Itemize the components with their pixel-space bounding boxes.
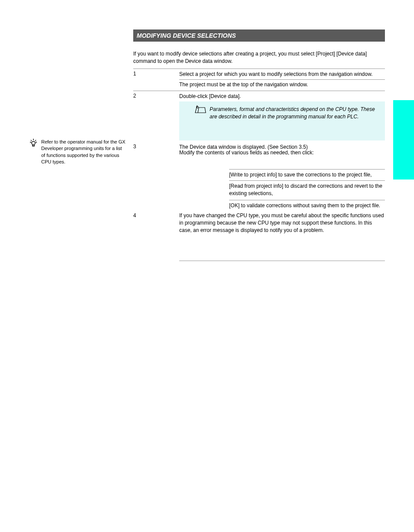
svg-point-0 bbox=[32, 141, 35, 145]
step-1-sub: The project must be at the top of the na… bbox=[179, 79, 385, 88]
section-header: MODIFYING DEVICE SELECTIONS bbox=[133, 29, 385, 42]
step-3-option-b-text: [Read from project info] to discard the … bbox=[229, 183, 382, 196]
step-3-option-b: [Read from project info] to discard the … bbox=[229, 180, 385, 197]
paragraph-5 bbox=[179, 255, 385, 264]
step-4: 4 If you have changed the CPU type, you … bbox=[133, 212, 385, 234]
step-3-option-c-text: [OK] to validate corrections without sav… bbox=[229, 202, 380, 209]
step-3-option-c: [OK] to validate corrections without sav… bbox=[229, 200, 385, 209]
lightbulb-icon bbox=[29, 138, 38, 147]
svg-line-5 bbox=[35, 140, 36, 141]
step-3-desc-text: Modify the contents of various fields as… bbox=[179, 150, 314, 156]
note-box: Parameters, format and characteristics d… bbox=[179, 101, 385, 140]
step-3-number: 3 bbox=[133, 144, 179, 151]
intro-text: If you want to modify device selections … bbox=[133, 51, 367, 64]
step-2: 2 Double-click [Device data]. bbox=[133, 91, 385, 100]
tip-text: Refer to the operator manual for the GX … bbox=[41, 139, 126, 166]
step-2-number: 2 bbox=[133, 93, 179, 100]
step-3-desc: Modify the contents of various fields as… bbox=[179, 149, 385, 157]
note-text: Parameters, format and characteristics d… bbox=[210, 106, 375, 120]
step-2-text: Double-click [Device data]. bbox=[179, 93, 385, 100]
step-1-sub-text: The project must be at the top of the na… bbox=[179, 82, 308, 88]
step-4-text: If you have changed the CPU type, you mu… bbox=[179, 212, 385, 234]
divider bbox=[179, 261, 385, 261]
note-icon bbox=[194, 105, 207, 114]
step-1-number: 1 bbox=[133, 71, 179, 78]
step-1-text: Select a project for which you want to m… bbox=[179, 71, 385, 78]
step-3-option-a-text: [Write to project info] to save the corr… bbox=[229, 172, 372, 178]
svg-line-4 bbox=[31, 140, 32, 141]
intro-paragraph: If you want to modify device selections … bbox=[133, 50, 385, 65]
header-text: MODIFYING DEVICE SELECTIONS bbox=[137, 32, 236, 39]
step-1: 1 Select a project for which you want to… bbox=[133, 69, 385, 78]
step-3-option-a: [Write to project info] to save the corr… bbox=[229, 169, 385, 179]
step-4-number: 4 bbox=[133, 212, 179, 234]
side-tab bbox=[393, 100, 414, 180]
tip-content: Refer to the operator manual for the GX … bbox=[41, 139, 125, 164]
